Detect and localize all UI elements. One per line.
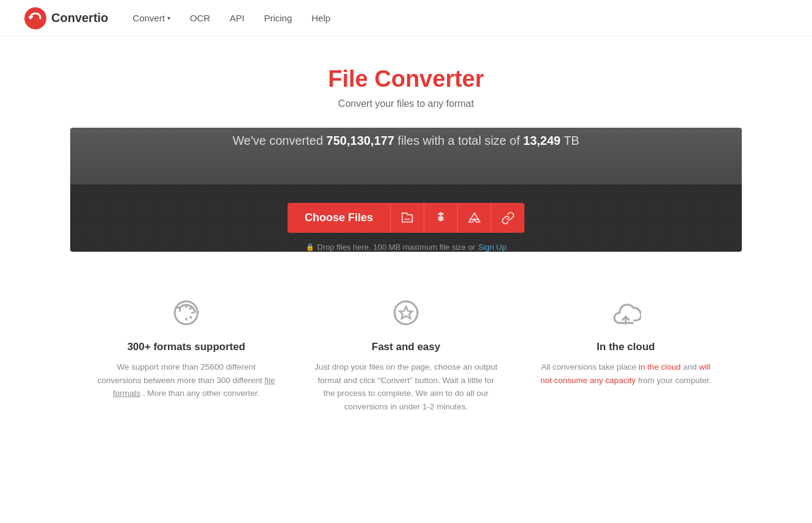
nav-item-help[interactable]: Help — [311, 13, 330, 23]
page-title: File Converter — [12, 66, 800, 92]
cloud-icons-group — [390, 203, 524, 233]
url-link-icon[interactable] — [491, 203, 524, 233]
page-subtitle: Convert your files to any format — [12, 98, 800, 109]
converter-top: ✕ We've converted 750,130,177 files with… — [70, 128, 742, 185]
stats-number: 750,130,177 — [327, 134, 394, 147]
converter-bottom: Choose Files — [70, 185, 742, 252]
refresh-icon — [168, 294, 205, 331]
navbar: Convertio Convert ▾ OCR API Pricing Help — [0, 0, 812, 37]
feature-fast-desc: Just drop your files on the page, choose… — [314, 360, 498, 413]
nav-item-pricing[interactable]: Pricing — [264, 13, 292, 23]
feature-fast: Fast and easy Just drop your files on th… — [314, 294, 498, 413]
svg-point-0 — [24, 7, 46, 29]
feature-cloud: In the cloud All conversions take place … — [534, 294, 717, 413]
nav-item-convert[interactable]: Convert ▾ — [132, 13, 170, 23]
feature-cloud-desc: All conversions take place in the cloud … — [534, 360, 717, 387]
logo-text: Convertio — [51, 11, 108, 25]
cloud-upload-icon — [607, 294, 644, 331]
nav-item-ocr[interactable]: OCR — [190, 13, 210, 23]
google-drive-icon[interactable] — [457, 203, 491, 233]
upload-row: Choose Files — [269, 203, 543, 233]
file-manager-icon[interactable] — [391, 203, 424, 233]
svg-marker-5 — [400, 307, 413, 319]
feature-formats: 300+ formats supported We support more t… — [95, 294, 278, 413]
logo[interactable]: Convertio — [24, 7, 108, 29]
feature-formats-title: 300+ formats supported — [95, 341, 278, 353]
choose-files-button[interactable]: Choose Files — [288, 203, 390, 233]
chevron-down-icon: ▾ — [167, 15, 170, 21]
dropbox-icon[interactable] — [424, 203, 457, 233]
signup-link[interactable]: Sign Up — [478, 243, 506, 252]
feature-fast-title: Fast and easy — [314, 341, 498, 353]
drop-info: 🔒 Drop files here. 100 MB maximum file s… — [70, 243, 742, 252]
hero-section: File Converter Convert your files to any… — [0, 37, 812, 128]
stats-text: We've converted 750,130,177 files with a… — [70, 128, 742, 166]
feature-cloud-title: In the cloud — [534, 341, 717, 353]
features-section: 300+ formats supported We support more t… — [70, 252, 742, 437]
star-icon — [388, 294, 424, 331]
stats-size: 13,249 — [523, 134, 560, 147]
lock-icon: 🔒 — [306, 243, 314, 251]
nav-item-api[interactable]: API — [230, 13, 244, 23]
feature-formats-desc: We support more than 25600 different con… — [95, 360, 278, 400]
converter-box: ✕ We've converted 750,130,177 files with… — [70, 128, 742, 252]
